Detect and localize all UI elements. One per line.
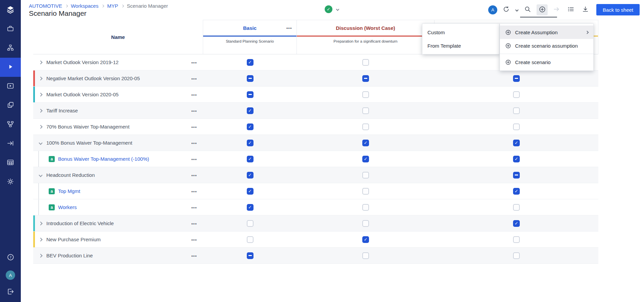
scenario-checkbox[interactable] <box>247 75 254 82</box>
expand-chevron-icon[interactable] <box>39 93 42 96</box>
scenario-checkbox[interactable] <box>247 220 254 227</box>
row-menu-button[interactable] <box>191 188 197 194</box>
expand-chevron-icon[interactable] <box>39 254 42 257</box>
row-name-link[interactable]: Bonus Waiver Top-Management (-100%) <box>58 156 149 162</box>
sidebar-item-capsules[interactable] <box>0 19 21 39</box>
row-menu-button[interactable] <box>191 59 197 65</box>
sidebar-avatar[interactable]: A <box>6 270 15 280</box>
sidebar-item-hierarchy[interactable] <box>0 39 21 58</box>
row-menu-button[interactable] <box>191 124 197 130</box>
expand-chevron-icon[interactable] <box>39 60 42 64</box>
add-button[interactable] <box>537 4 548 15</box>
row-menu-button[interactable] <box>191 76 197 82</box>
row-menu-button[interactable] <box>191 253 197 259</box>
row-menu-button[interactable] <box>191 140 197 146</box>
scenario-checkbox[interactable] <box>513 204 520 211</box>
expand-chevron-icon[interactable] <box>39 238 42 241</box>
scenario-checkbox[interactable] <box>247 140 254 146</box>
scenario-checkbox[interactable] <box>513 252 520 259</box>
scenario-checkbox[interactable] <box>247 204 254 211</box>
app-logo-icon[interactable] <box>0 0 21 19</box>
row-name-link[interactable]: Top Mgmt <box>58 188 80 194</box>
sidebar-item-presentations[interactable] <box>0 77 21 96</box>
scenario-checkbox[interactable] <box>247 107 254 114</box>
scenario-checkbox[interactable] <box>247 91 254 98</box>
row-name-link[interactable]: Workers <box>58 204 77 210</box>
scenario-checkbox[interactable] <box>362 107 369 114</box>
breadcrumb-item[interactable]: Workspaces <box>71 3 98 9</box>
collapse-chevron-icon[interactable] <box>39 141 42 145</box>
row-menu-button[interactable] <box>191 108 197 114</box>
back-to-sheet-button[interactable]: Back to sheet <box>596 4 640 15</box>
sidebar-item-copies[interactable] <box>0 96 21 115</box>
scenario-checkbox[interactable] <box>513 75 520 82</box>
scenario-checkbox[interactable] <box>247 236 254 243</box>
toolbar-caret-icon[interactable] <box>515 8 519 11</box>
scenario-checkbox[interactable] <box>513 156 520 162</box>
breadcrumb-item[interactable]: AUTOMOTIVE <box>29 3 62 9</box>
expand-chevron-icon[interactable] <box>39 125 42 129</box>
expand-chevron-icon[interactable] <box>39 77 42 80</box>
expand-chevron-icon[interactable] <box>39 109 42 112</box>
help-button[interactable]: ? <box>0 253 21 262</box>
scenario-checkbox[interactable] <box>513 236 520 243</box>
scenario-checkbox[interactable] <box>513 123 520 130</box>
scenario-checkbox[interactable] <box>513 91 520 98</box>
scenario-checkbox[interactable] <box>362 236 369 243</box>
scenario-checkbox[interactable] <box>247 188 254 195</box>
scenario-checkbox[interactable] <box>513 188 520 195</box>
breadcrumb-item[interactable]: MYP <box>107 3 118 9</box>
user-avatar[interactable]: A <box>488 5 497 14</box>
row-name: New Purchase Premium <box>46 237 101 242</box>
sidebar-item-tables[interactable] <box>0 153 21 172</box>
status-toggle[interactable] <box>325 5 339 13</box>
scenario-checkbox[interactable] <box>247 59 254 66</box>
row-menu-button[interactable] <box>191 204 197 210</box>
scenario-checkbox[interactable] <box>247 123 254 130</box>
menu-item[interactable]: From Template <box>422 39 499 52</box>
row-name-cell: New Purchase Premium <box>33 232 203 247</box>
scenario-checkbox[interactable] <box>362 59 369 66</box>
scenario-checkbox[interactable] <box>513 172 520 179</box>
scenario-checkbox[interactable] <box>513 220 520 227</box>
cell-basic <box>203 70 297 86</box>
sidebar-item-dataflow[interactable] <box>0 134 21 153</box>
menu-item[interactable]: Create Assumption <box>500 26 593 39</box>
list-view-button[interactable] <box>565 4 577 15</box>
collapse-chevron-icon[interactable] <box>39 173 42 177</box>
menu-item[interactable]: Custom <box>422 26 499 39</box>
sidebar-item-settings[interactable] <box>0 172 21 192</box>
scenario-checkbox[interactable] <box>362 156 369 162</box>
row-menu-button[interactable] <box>191 220 197 226</box>
column-header-name[interactable]: Name <box>33 20 203 54</box>
scenario-checkbox[interactable] <box>247 156 254 162</box>
row-menu-button[interactable] <box>191 92 197 98</box>
scenario-checkbox[interactable] <box>247 252 254 259</box>
scenario-checkbox[interactable] <box>362 220 369 227</box>
scenario-checkbox[interactable] <box>513 107 520 114</box>
search-button[interactable] <box>522 4 533 15</box>
scenario-checkbox[interactable] <box>362 252 369 259</box>
sync-button[interactable] <box>501 4 512 15</box>
scenario-checkbox[interactable] <box>362 75 369 82</box>
menu-item[interactable]: Create scenario <box>500 55 593 69</box>
scenario-checkbox[interactable] <box>362 123 369 130</box>
export-button[interactable] <box>580 4 591 15</box>
column-menu-button[interactable] <box>286 25 292 31</box>
scenario-checkbox[interactable] <box>362 204 369 211</box>
scenario-checkbox[interactable] <box>362 140 369 146</box>
sidebar-item-scenarios[interactable] <box>0 58 21 77</box>
scenario-checkbox[interactable] <box>513 140 520 146</box>
scenario-checkbox[interactable] <box>247 172 254 179</box>
expand-chevron-icon[interactable] <box>39 221 42 225</box>
scenario-checkbox[interactable] <box>362 91 369 98</box>
sidebar-item-processes[interactable] <box>0 115 21 134</box>
scenario-checkbox[interactable] <box>362 188 369 195</box>
logout-button[interactable] <box>0 288 21 297</box>
row-menu-button[interactable] <box>191 237 197 243</box>
forward-button[interactable] <box>551 4 562 15</box>
row-menu-button[interactable] <box>191 172 197 178</box>
row-menu-button[interactable] <box>191 156 197 162</box>
menu-item[interactable]: Create scenario assumption <box>500 39 593 52</box>
scenario-checkbox[interactable] <box>362 172 369 179</box>
